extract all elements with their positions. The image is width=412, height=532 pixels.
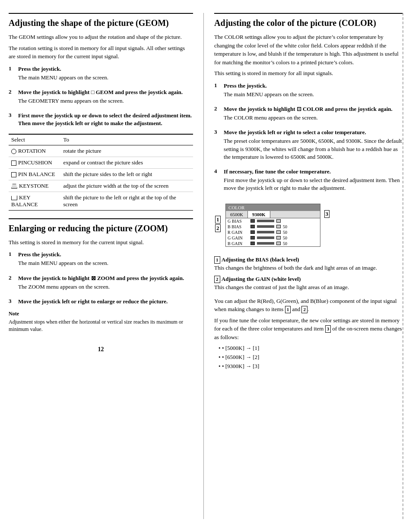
diagram-row-square bbox=[250, 219, 255, 223]
diagram-row-val: 50 bbox=[283, 230, 287, 235]
list-item: • [6500K] → [2] bbox=[219, 353, 403, 362]
page-number: 12 bbox=[9, 346, 193, 353]
diagram-row-square bbox=[250, 242, 255, 245]
diagram-row-val: 50 bbox=[283, 241, 287, 246]
right-border bbox=[400, 13, 403, 519]
diagram-rows: G BIASB BIAS50R GAIN50G GAIN50B GAIN50 bbox=[226, 218, 320, 246]
diagram-row: B BIAS50 bbox=[226, 224, 320, 230]
color-diagram: 3 COLOR 6500K 9300K G BIASB BIAS50R GAIN… bbox=[225, 204, 320, 247]
diagram-row-label: G BIAS bbox=[228, 219, 249, 224]
step-text: The preset color temperatures are 5000K,… bbox=[224, 137, 403, 161]
bias-badge: 1 bbox=[214, 256, 220, 264]
geom-table: Select To ROTATIONrotate the picturePINC… bbox=[9, 134, 193, 211]
diagram-header: COLOR bbox=[226, 204, 320, 211]
geom-step-1: 1 Press the joystick. The main MENU appe… bbox=[9, 65, 193, 84]
step-number: 1 bbox=[9, 251, 16, 270]
diagram-row-square bbox=[250, 230, 255, 234]
zoom-step-3: 3 Move the joystick left or right to enl… bbox=[9, 298, 193, 305]
diagram-row-bar bbox=[257, 236, 274, 239]
table-cell-desc: rotate the picture bbox=[60, 145, 193, 157]
extra-badge-2: 2 bbox=[301, 306, 307, 313]
bias-section: 1 Adjusting the BIAS (black level) This … bbox=[214, 255, 403, 272]
geom-intro-2: The rotation setting is stored in memory… bbox=[9, 44, 193, 61]
diagram-row: G BIAS bbox=[226, 218, 320, 224]
step-bold: Press the joystick. bbox=[18, 251, 61, 258]
table-col1-header: Select bbox=[9, 134, 60, 145]
step-bold: Press the joystick. bbox=[224, 82, 267, 89]
diagram-row-val: 50 bbox=[283, 236, 287, 240]
diagram-row: B GAIN50 bbox=[226, 241, 320, 246]
tab-6500k: 6500K bbox=[226, 211, 248, 218]
geom-title: Adjusting the shape of the picture (GEOM… bbox=[9, 13, 193, 28]
step-text: The main MENU appears on the screen. bbox=[18, 74, 193, 82]
color-intro-1: The COLOR settings allow you to adjust t… bbox=[214, 33, 403, 66]
tab-9300k: 9300K bbox=[248, 211, 270, 218]
gain-section: 2 Adjusting the GAIN (white level) This … bbox=[214, 275, 403, 292]
table-row: KEY BALANCEshift the picture to the left… bbox=[9, 192, 193, 210]
extra-text: You can adjust the R(Red), G(Green), and… bbox=[214, 297, 403, 314]
diagram-row-square bbox=[250, 236, 255, 239]
step-bold: If necessary, fine tune the color temper… bbox=[224, 168, 331, 175]
color-step-2: 2 Move the joystick to highlight ⊡ COLOR… bbox=[214, 105, 403, 124]
table-cell-desc: expand or contract the picture sides bbox=[60, 157, 193, 168]
gain-title: Adjusting the GAIN (white level) bbox=[222, 276, 301, 282]
zoom-title: Enlarging or reducing the picture (ZOOM) bbox=[9, 218, 193, 234]
step-number: 3 bbox=[214, 129, 221, 164]
table-cell-desc: adjust the picture width at the top of t… bbox=[60, 180, 193, 192]
zoom-step-1: 1 Press the joystick. The main MENU appe… bbox=[9, 251, 193, 270]
diagram-row-box bbox=[276, 236, 281, 239]
step-number: 1 bbox=[9, 65, 16, 84]
bias-text: This changes the brightness of both the … bbox=[214, 264, 377, 271]
diagram-marker-1: 1 bbox=[215, 216, 221, 224]
diagram-row: G GAIN50 bbox=[226, 235, 320, 241]
diagram-row-square bbox=[250, 225, 255, 228]
step-number: 2 bbox=[214, 105, 221, 124]
extra-badge-1: 1 bbox=[285, 306, 291, 313]
step-number: 3 bbox=[9, 112, 16, 127]
diagram-row-bar bbox=[257, 220, 274, 222]
diagram-row-box bbox=[276, 242, 281, 245]
step-text: The COLOR menu appears on the screen. bbox=[224, 114, 403, 122]
color-intro-2: This setting is stored in memory for all… bbox=[214, 69, 403, 78]
table-cell-item: KEYSTONE bbox=[9, 180, 60, 192]
step-bold: Move the joystick to highlight ⊡ COLOR a… bbox=[224, 106, 393, 112]
list-item: • [5000K] → [1] bbox=[219, 344, 403, 353]
diagram-row-label: B GAIN bbox=[228, 241, 249, 246]
diagram-row: R GAIN50 bbox=[226, 230, 320, 235]
gain-badge: 2 bbox=[214, 276, 220, 283]
diagram-marker-3: 3 bbox=[324, 210, 330, 218]
table-cell-item: KEY BALANCE bbox=[9, 192, 60, 210]
step-bold: Press the joystick. bbox=[18, 66, 61, 72]
step-number: 3 bbox=[9, 298, 16, 305]
fine-tune-badge: 3 bbox=[325, 325, 331, 333]
table-cell-item: ROTATION bbox=[9, 145, 60, 157]
color-step-4: 4 If necessary, fine tune the color temp… bbox=[214, 168, 403, 195]
step-text: The GEOMETRY menu appears on the screen. bbox=[18, 97, 193, 105]
note-label: Note bbox=[9, 310, 193, 318]
step-bold: Move the joystick to highlight ⊠ ZOOM an… bbox=[18, 275, 184, 281]
step-bold: Move the joystick to highlight □ GEOM an… bbox=[18, 89, 183, 95]
step-number: 4 bbox=[214, 168, 221, 195]
geom-intro-1: The GEOM settings allow you to adjust th… bbox=[9, 33, 193, 41]
step-text: First move the joystick up or down to se… bbox=[224, 176, 403, 192]
diagram-row-box bbox=[276, 225, 281, 228]
diagram-row-label: B BIAS bbox=[228, 224, 249, 229]
color-step-1: 1 Press the joystick. The main MENU appe… bbox=[214, 82, 403, 101]
table-cell-item: PIN BALANCE bbox=[9, 168, 60, 180]
diagram-row-box bbox=[276, 219, 281, 223]
fine-tune-text: If you fine tune the color temperature, … bbox=[214, 316, 403, 342]
geom-step-2: 2 Move the joystick to highlight □ GEOM … bbox=[9, 88, 193, 107]
table-cell-desc: shift the picture to the left or right a… bbox=[60, 192, 193, 210]
step-bold: Move the joystick left or right to selec… bbox=[224, 129, 366, 135]
diagram-row-bar bbox=[257, 231, 274, 233]
table-cell-item: PINCUSHION bbox=[9, 157, 60, 168]
diagram-tabs: 6500K 9300K bbox=[226, 211, 320, 218]
step-number: 2 bbox=[9, 88, 16, 107]
left-column: Adjusting the shape of the picture (GEOM… bbox=[9, 13, 204, 519]
zoom-step-2: 2 Move the joystick to highlight ⊠ ZOOM … bbox=[9, 274, 193, 293]
step-bold: First move the joystick up or down to se… bbox=[18, 112, 192, 126]
diagram-marker-2: 2 bbox=[215, 224, 221, 232]
table-row: KEYSTONEadjust the picture width at the … bbox=[9, 180, 193, 192]
step-text: The main MENU appears on the screen. bbox=[18, 259, 193, 267]
right-column: Adjusting the color of the picture (COLO… bbox=[204, 13, 403, 519]
